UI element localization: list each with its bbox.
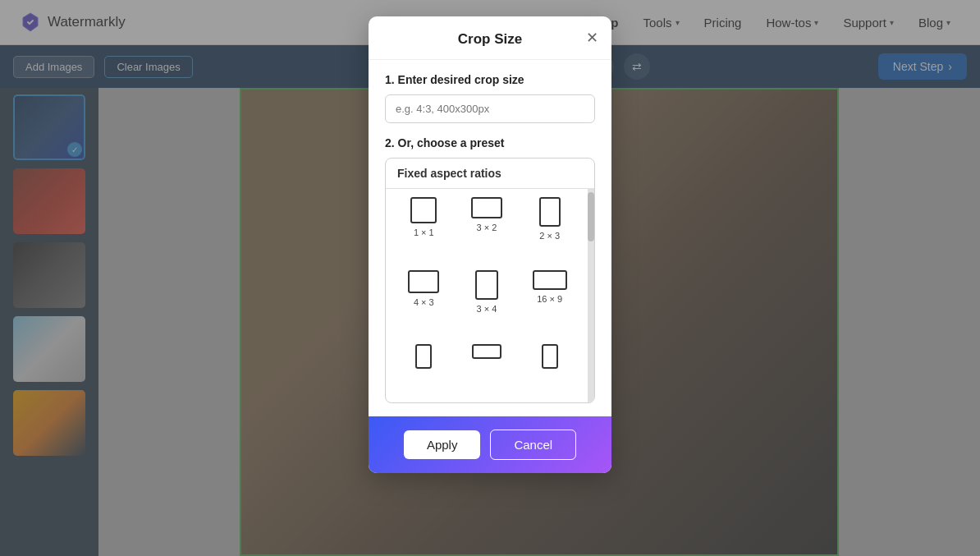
preset-group-label: Fixed aspect ratios — [386, 159, 594, 189]
preset-4x3[interactable]: 4 × 3 — [396, 270, 452, 335]
preset-3x2[interactable]: 3 × 2 — [459, 197, 515, 262]
preset-4x3-label: 4 × 3 — [414, 297, 434, 307]
cancel-button[interactable]: Cancel — [490, 430, 576, 460]
modal-footer: Apply Cancel — [369, 416, 611, 473]
section2-label: 2. Or, choose a preset — [385, 136, 595, 149]
preset-1x1-label: 1 × 1 — [414, 227, 434, 237]
preset-2x3-icon — [539, 197, 561, 227]
preset-3x2-label: 3 × 2 — [477, 223, 497, 232]
modal-header: Crop Size ✕ — [369, 16, 611, 60]
preset-3x4-label: 3 × 4 — [477, 304, 497, 314]
preset-scrollbar-thumb — [588, 192, 594, 241]
preset-2x3-label: 2 × 3 — [539, 231, 560, 241]
preset-4x3-icon — [408, 270, 439, 293]
apply-button[interactable]: Apply — [404, 430, 481, 459]
preset-16x9-icon — [533, 270, 567, 290]
preset-3x4-icon — [475, 270, 498, 300]
section1-label: 1. Enter desired crop size — [385, 73, 595, 86]
preset-2x3[interactable]: 2 × 3 — [521, 197, 578, 262]
modal-title: Crop Size — [458, 31, 522, 48]
crop-size-modal: Crop Size ✕ 1. Enter desired crop size 2… — [369, 16, 611, 473]
preset-16x9[interactable]: 16 × 9 — [521, 270, 578, 335]
crop-size-input[interactable] — [385, 94, 595, 123]
preset-port1-icon — [542, 344, 558, 369]
preset-3x4[interactable]: 3 × 4 — [459, 270, 515, 335]
modal-close-button[interactable]: ✕ — [586, 29, 598, 47]
preset-3x2-icon — [471, 197, 502, 218]
preset-tall1[interactable] — [396, 344, 452, 394]
preset-1x1-icon — [410, 197, 437, 223]
modal-overlay: Crop Size ✕ 1. Enter desired crop size 2… — [0, 0, 980, 556]
preset-grid: 1 × 1 3 × 2 2 × 3 4 × — [386, 189, 588, 402]
preset-16x9-label: 16 × 9 — [537, 294, 562, 304]
preset-1x1[interactable]: 1 × 1 — [396, 197, 452, 262]
preset-tall1-icon — [415, 344, 432, 369]
preset-wide1[interactable] — [459, 344, 515, 394]
preset-port1[interactable] — [521, 344, 578, 394]
modal-body: 1. Enter desired crop size 2. Or, choose… — [369, 60, 611, 416]
preset-wide1-icon — [472, 344, 501, 359]
preset-grid-wrap: 1 × 1 3 × 2 2 × 3 4 × — [386, 189, 594, 402]
preset-box: Fixed aspect ratios 1 × 1 3 × 2 — [385, 158, 595, 403]
preset-scrollbar[interactable] — [588, 189, 594, 402]
